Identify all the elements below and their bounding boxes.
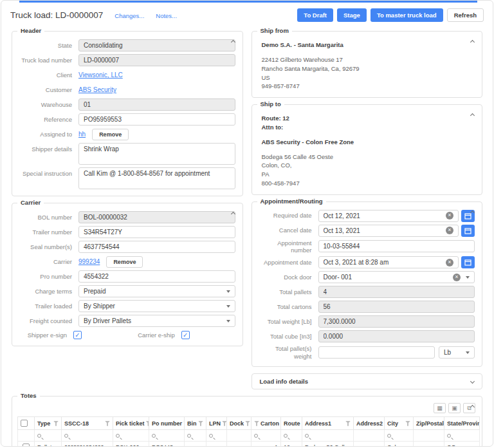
- clear-icon[interactable]: [453, 274, 461, 281]
- required-date-field[interactable]: Oct 12, 2021: [318, 210, 459, 222]
- filter-cell-carton[interactable]: [252, 430, 281, 442]
- filter-icon[interactable]: [198, 421, 203, 426]
- required-date-label: Required date: [259, 212, 318, 219]
- trailer-number-label: Trailer number: [19, 229, 78, 236]
- carrier-link[interactable]: 999234: [78, 258, 100, 265]
- filter-icon[interactable]: [345, 421, 351, 426]
- collapse-carrier-button[interactable]: [232, 207, 235, 218]
- cell-dock: [227, 442, 252, 447]
- assigned-to-link[interactable]: hh: [78, 131, 86, 138]
- appointment-panel-title: Appointment/Routing: [257, 198, 326, 205]
- to-draft-button[interactable]: To Draft: [297, 8, 333, 22]
- filter-icon[interactable]: [222, 421, 227, 426]
- header-panel: Header State Consolidating Truck load nu…: [12, 31, 243, 196]
- clear-icon[interactable]: [446, 212, 453, 219]
- cell-zip: [414, 442, 444, 447]
- column-header-route: Route: [284, 420, 300, 427]
- appointment-number-field[interactable]: 10-03-55844: [318, 240, 475, 252]
- dock-door-select[interactable]: Door- 001: [318, 271, 475, 283]
- truck-load-number-label: Truck load number: [19, 57, 78, 64]
- total-cube-label: Total cube [In3]: [259, 333, 318, 340]
- ship-from-address-line: Rancho Santa Margarita, Ca, 92679: [262, 64, 473, 73]
- filter-cell-sscc[interactable]: [62, 430, 113, 442]
- to-master-truck-load-button[interactable]: To master truck load: [370, 8, 443, 22]
- column-header-sscc: SSCC-18: [64, 420, 89, 427]
- client-link[interactable]: Viewsonic, LLC: [78, 71, 123, 79]
- freight-counted-select[interactable]: By Driver Pallets: [78, 315, 235, 327]
- load-info-details-title: Load info details: [260, 378, 308, 385]
- filter-cell-pick-ticket[interactable]: [113, 430, 149, 442]
- special-instruction-field[interactable]: Call Kim @ 1-800-854-8567 for appointmen…: [78, 167, 235, 189]
- notes-link[interactable]: Notes...: [156, 12, 177, 19]
- chevron-up-icon: [470, 113, 475, 118]
- filter-icon[interactable]: [405, 421, 410, 426]
- filter-cell-city[interactable]: [385, 430, 414, 442]
- carrier-panel: Carrier BOL number BOL-00000032 Trailer …: [12, 203, 243, 346]
- total-pallets-label: Total pallets: [259, 288, 318, 295]
- warehouse-field: 01: [78, 98, 235, 111]
- remove-assigned-button[interactable]: Remove: [92, 129, 129, 140]
- collapse-appointment-button[interactable]: [471, 205, 474, 217]
- collapse-totes-button[interactable]: [471, 400, 474, 411]
- shipper-details-field[interactable]: Shrink Wrap: [78, 143, 235, 165]
- filter-cell-address1[interactable]: [302, 430, 354, 442]
- select-all-checkbox[interactable]: [21, 420, 28, 427]
- bol-number-label: BOL number: [19, 214, 78, 221]
- pick-ticket-link[interactable]: PCK-0000043: [113, 442, 149, 447]
- column-header-address1: Address1: [305, 420, 331, 427]
- filter-icon[interactable]: [245, 421, 250, 426]
- collapse-ship-from-button[interactable]: [471, 35, 474, 46]
- filter-cell-state[interactable]: [444, 430, 480, 442]
- dropdown-caret-icon: [226, 290, 230, 293]
- collapse-header-button[interactable]: [232, 35, 235, 46]
- top-accent-bar: [19, 1, 477, 3]
- filter-cell-po-number[interactable]: [149, 430, 185, 442]
- trailer-number-field[interactable]: S34R54T27Y: [78, 226, 235, 238]
- filter-cell-route[interactable]: [281, 430, 302, 442]
- pro-number-label: Pro number: [19, 273, 78, 280]
- pro-number-field[interactable]: 4554322: [78, 270, 235, 283]
- filter-cell-type[interactable]: [35, 430, 62, 442]
- export-icon[interactable]: ▣: [448, 403, 461, 413]
- filter-cell-zip[interactable]: [414, 430, 444, 442]
- trailer-loaded-select[interactable]: By Shipper: [78, 300, 235, 312]
- collapse-ship-to-button[interactable]: [471, 108, 474, 120]
- reference-field[interactable]: PO95959553: [78, 113, 235, 126]
- calendar-button[interactable]: [461, 256, 475, 268]
- clear-icon[interactable]: [446, 259, 453, 266]
- carrier-eship-checkbox[interactable]: [181, 331, 190, 339]
- filter-cell-lpn[interactable]: [206, 430, 227, 442]
- total-pallet-weight-field[interactable]: [318, 346, 435, 359]
- grid-edit-icon[interactable]: ▦: [434, 403, 446, 413]
- filter-cell-bin[interactable]: [185, 430, 206, 442]
- stage-button[interactable]: Stage: [337, 8, 367, 22]
- filter-cell-address2[interactable]: [354, 430, 385, 442]
- charge-terms-select[interactable]: Prepaid: [78, 285, 235, 297]
- seal-numbers-field[interactable]: 4637754544: [78, 241, 235, 253]
- ship-from-name: Demo S.A. - Santa Margarita: [262, 41, 473, 50]
- filter-icon[interactable]: [146, 421, 149, 426]
- clear-icon[interactable]: [446, 227, 453, 234]
- cell-bin: [185, 442, 206, 447]
- calendar-button[interactable]: [461, 225, 475, 237]
- search-icon: [447, 434, 451, 438]
- cancel-date-field[interactable]: Oct 13, 2021: [318, 225, 459, 237]
- remove-carrier-button[interactable]: Remove: [106, 256, 143, 268]
- appointment-date-field[interactable]: Oct 3, 2021 at 8:28 am: [318, 256, 459, 268]
- filter-cell-dock[interactable]: [227, 430, 252, 442]
- sscc-link[interactable]: 00208012340000002709: [62, 442, 113, 447]
- shipper-esign-checkbox[interactable]: [73, 331, 82, 339]
- row-checkbox[interactable]: [23, 443, 30, 447]
- total-pallet-weight-label: Total pallet(s) weight: [259, 345, 318, 360]
- filter-icon[interactable]: [105, 421, 110, 426]
- customer-link[interactable]: ABS Security: [78, 86, 116, 93]
- filter-icon[interactable]: [254, 421, 259, 426]
- filter-icon[interactable]: [53, 421, 59, 426]
- search-icon: [254, 434, 258, 438]
- load-info-details-panel[interactable]: Load info details: [252, 373, 483, 389]
- ship-to-name: ABS Security - Colon Free Zone: [262, 138, 473, 147]
- dropdown-caret-icon: [466, 351, 470, 354]
- changes-link[interactable]: Changes...: [114, 12, 144, 19]
- weight-unit-select[interactable]: Lb: [439, 346, 475, 359]
- refresh-button[interactable]: Refresh: [447, 8, 484, 22]
